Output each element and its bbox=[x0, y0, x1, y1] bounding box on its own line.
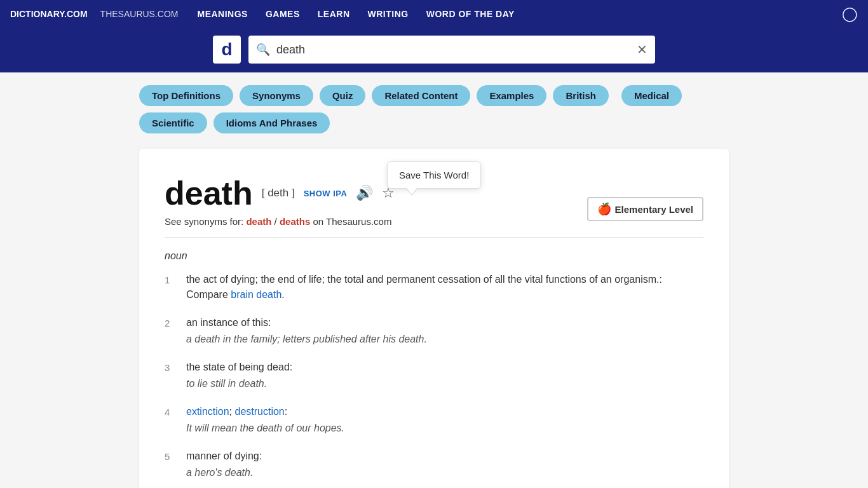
filter-pills: Top Definitions Synonyms Quiz Related Co… bbox=[139, 85, 729, 133]
thesaurus-link[interactable]: THESAURUS.COM bbox=[100, 9, 179, 19]
show-ipa-link[interactable]: SHOW IPA bbox=[304, 189, 348, 198]
level-badge: 🍎 Elementary Level bbox=[587, 197, 703, 221]
destruction-link[interactable]: destruction bbox=[234, 406, 284, 417]
speaker-icon[interactable]: 🔊 bbox=[356, 185, 373, 201]
def-content: an instance of this: a death in the fami… bbox=[186, 315, 703, 347]
apple-icon: 🍎 bbox=[597, 202, 611, 216]
table-row: 2 an instance of this: a death in the fa… bbox=[165, 315, 703, 347]
def-content: the act of dying; the end of life; the t… bbox=[186, 272, 703, 302]
pill-related-content[interactable]: Related Content bbox=[372, 85, 470, 106]
def-example-3: to lie still in death. bbox=[186, 376, 703, 391]
pill-idioms-and-phrases[interactable]: Idioms And Phrases bbox=[214, 112, 330, 133]
pill-scientific[interactable]: Scientific bbox=[139, 112, 207, 133]
search-icon: 🔍 bbox=[256, 43, 270, 57]
def-text-5: manner of dying: bbox=[186, 451, 262, 461]
def-number: 1 bbox=[165, 272, 176, 302]
def-example-5: a hero's death. bbox=[186, 465, 703, 480]
top-navigation: DICTIONARY.COM THESAURUS.COM MEANINGS GA… bbox=[0, 0, 868, 28]
def-number: 4 bbox=[165, 404, 176, 436]
pill-examples[interactable]: Examples bbox=[477, 85, 546, 106]
def-content: extinction; destruction: It will mean th… bbox=[186, 404, 703, 436]
nav-writing[interactable]: WRITING bbox=[368, 9, 409, 19]
save-tooltip[interactable]: Save This Word! bbox=[387, 161, 481, 189]
search-bar: d 🔍 ✕ bbox=[0, 28, 868, 72]
word-title: death bbox=[165, 174, 253, 212]
synonyms-prefix: See synonyms for: bbox=[165, 216, 243, 227]
logo-letter: d bbox=[221, 39, 232, 60]
table-row: 3 the state of being dead: to lie still … bbox=[165, 360, 703, 391]
def-content: the state of being dead: to lie still in… bbox=[186, 360, 703, 391]
pill-top-definitions[interactable]: Top Definitions bbox=[139, 85, 233, 106]
synonyms-suffix: on Thesaurus.com bbox=[313, 216, 391, 227]
nav-meanings[interactable]: MEANINGS bbox=[198, 9, 248, 19]
nav-links: MEANINGS GAMES LEARN WRITING WORD OF THE… bbox=[198, 9, 843, 19]
def-example-2: a death in the family; letters published… bbox=[186, 332, 703, 347]
search-box: 🔍 ✕ bbox=[248, 36, 655, 64]
search-input[interactable] bbox=[276, 43, 637, 57]
pill-british[interactable]: British bbox=[553, 85, 609, 106]
def-number: 2 bbox=[165, 315, 176, 347]
definitions-list: 1 the act of dying; the end of life; the… bbox=[165, 272, 703, 488]
table-row: 1 the act of dying; the end of life; the… bbox=[165, 272, 703, 302]
user-icon[interactable]: ◯ bbox=[842, 6, 858, 22]
extinction-link[interactable]: extinction bbox=[186, 406, 229, 417]
logo: d bbox=[213, 36, 241, 64]
table-row: 4 extinction; destruction: It will mean … bbox=[165, 404, 703, 436]
pill-quiz[interactable]: Quiz bbox=[320, 85, 366, 106]
def-text-3: the state of being dead: bbox=[186, 362, 292, 372]
save-tooltip-label: Save This Word! bbox=[399, 170, 469, 180]
nav-word-of-day[interactable]: WORD OF THE DAY bbox=[426, 9, 515, 19]
table-row: 5 manner of dying: a hero's death. bbox=[165, 449, 703, 480]
clear-icon[interactable]: ✕ bbox=[637, 42, 648, 57]
def-content: manner of dying: a hero's death. bbox=[186, 449, 703, 480]
nav-learn[interactable]: LEARN bbox=[318, 9, 350, 19]
part-of-speech: noun bbox=[165, 250, 703, 262]
synonym-deaths[interactable]: deaths bbox=[280, 216, 310, 227]
divider bbox=[165, 237, 703, 238]
site-name[interactable]: DICTIONARY.COM bbox=[10, 9, 88, 19]
nav-games[interactable]: GAMES bbox=[266, 9, 300, 19]
def-text-2: an instance of this: bbox=[186, 317, 271, 328]
def-number: 5 bbox=[165, 449, 176, 480]
synonym-death[interactable]: death bbox=[246, 216, 271, 227]
pill-synonyms[interactable]: Synonyms bbox=[240, 85, 313, 106]
definition-card: Save This Word! death [ deth ] SHOW IPA … bbox=[139, 149, 729, 488]
pronunciation: [ deth ] bbox=[262, 187, 295, 200]
pill-medical[interactable]: Medical bbox=[621, 85, 682, 106]
main-content: Top Definitions Synonyms Quiz Related Co… bbox=[129, 72, 739, 488]
def-example-4: It will mean the death of our hopes. bbox=[186, 421, 703, 436]
brain-death-link[interactable]: brain death bbox=[231, 289, 281, 300]
level-label: Elementary Level bbox=[615, 204, 693, 215]
def-number: 3 bbox=[165, 360, 176, 391]
